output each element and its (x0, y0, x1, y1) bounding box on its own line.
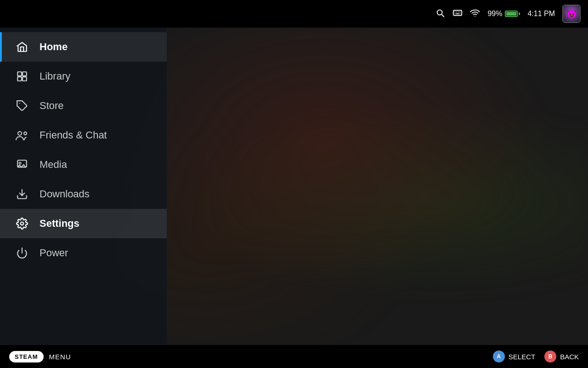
select-hint: A SELECT (493, 351, 535, 362)
wifi-icon[interactable] (470, 8, 480, 20)
menu-label: MENU (49, 353, 71, 361)
avatar-image: 😈 (563, 6, 580, 22)
svg-rect-9 (23, 72, 27, 76)
svg-point-16 (19, 162, 21, 164)
sidebar-item-downloads[interactable]: Downloads (0, 179, 167, 209)
power-icon (16, 247, 28, 259)
sidebar-settings-label: Settings (40, 218, 79, 230)
sidebar-item-power[interactable]: Power (0, 238, 167, 268)
a-button[interactable]: A (493, 351, 505, 362)
svg-rect-0 (453, 10, 462, 15)
sidebar-library-label: Library (40, 70, 70, 82)
bottom-left-controls: STEAM MENU (9, 351, 71, 362)
sidebar-item-library[interactable]: Library (0, 62, 167, 91)
sidebar-item-settings[interactable]: Settings (0, 209, 167, 238)
bottom-bar: STEAM MENU A SELECT B BACK (0, 345, 588, 368)
battery-percent: 99% (487, 10, 502, 18)
svg-rect-11 (23, 77, 27, 81)
svg-point-18 (21, 222, 24, 225)
battery-indicator: 99% (487, 10, 520, 18)
battery-icon (505, 11, 520, 17)
settings-icon (16, 217, 28, 230)
svg-point-14 (24, 132, 27, 135)
friends-icon (16, 129, 28, 142)
sidebar-power-label: Power (40, 247, 68, 259)
back-label: BACK (560, 353, 579, 361)
steam-button[interactable]: STEAM (9, 351, 44, 362)
sidebar-item-friends[interactable]: Friends & Chat (0, 121, 167, 150)
sidebar-store-label: Store (40, 100, 64, 112)
bottom-right-controls: A SELECT B BACK (493, 351, 579, 362)
svg-point-13 (18, 132, 22, 135)
svg-rect-8 (17, 72, 22, 76)
svg-rect-10 (17, 77, 22, 81)
sidebar-home-label: Home (40, 41, 68, 53)
downloads-icon (16, 188, 28, 201)
select-label: SELECT (509, 353, 535, 361)
avatar[interactable]: 😈 (562, 5, 581, 23)
sidebar-downloads-label: Downloads (40, 188, 90, 200)
sidebar-friends-label: Friends & Chat (40, 129, 107, 141)
sidebar-item-media[interactable]: Media (0, 150, 167, 179)
keyboard-icon[interactable] (452, 8, 463, 20)
home-icon (16, 40, 28, 53)
top-bar: 99% 4:11 PM 😈 (0, 0, 588, 28)
search-icon[interactable] (435, 8, 445, 20)
sidebar: Home Library Store (0, 28, 167, 345)
library-icon (16, 70, 28, 83)
clock: 4:11 PM (527, 10, 555, 18)
store-icon (16, 99, 28, 112)
sidebar-item-store[interactable]: Store (0, 91, 167, 121)
b-button[interactable]: B (544, 351, 556, 362)
sidebar-media-label: Media (40, 159, 67, 171)
back-hint: B BACK (544, 351, 579, 362)
media-icon (16, 158, 28, 171)
sidebar-item-home[interactable]: Home (0, 32, 167, 62)
